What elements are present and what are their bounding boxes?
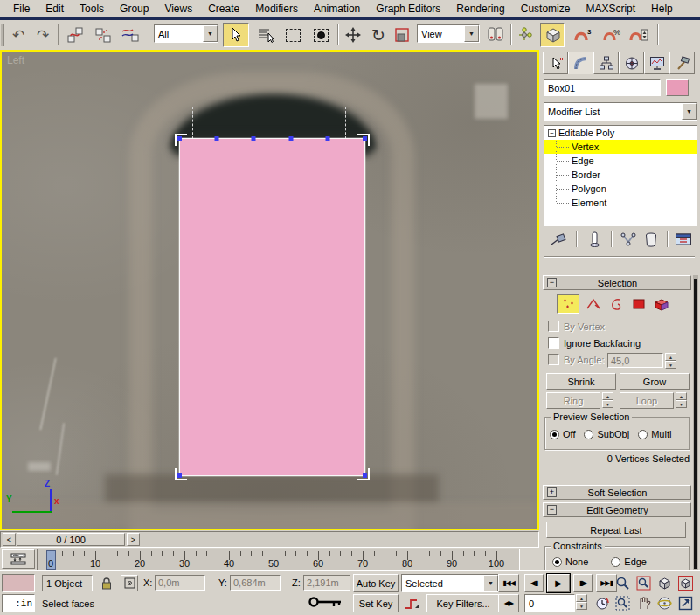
x-coordinate-field[interactable]: 0,0m [155,575,205,591]
subobject-border-button[interactable] [606,294,627,314]
maximize-viewport-toggle-icon[interactable] [676,594,695,612]
selection-filter-dropdown[interactable]: All ▼ [154,24,218,43]
chevron-down-icon[interactable]: ▼ [483,575,498,591]
spinner-down-icon[interactable]: ▼ [602,400,613,408]
pin-stack-icon[interactable] [548,230,569,249]
expand-icon[interactable]: + [547,487,557,497]
use-pivot-point-center-icon[interactable] [483,23,508,47]
set-key-button[interactable]: Set Key [353,594,399,612]
tab-motion[interactable] [619,52,644,74]
zoom-extents-icon[interactable] [655,574,674,592]
maxscript-mini-listener[interactable]: :in [2,594,35,612]
bind-to-space-warp-icon[interactable] [117,23,145,47]
subobject-vertex-button[interactable] [557,294,579,314]
reference-coordinate-system-dropdown[interactable]: View ▼ [417,24,480,43]
next-frame-button[interactable]: ▮▶ [573,574,593,592]
chevron-down-icon[interactable]: ▼ [464,25,479,42]
menu-customize[interactable]: Customize [513,1,579,17]
redo-icon[interactable]: ↷ [31,23,54,47]
modifier-stack-list[interactable]: − Editable Poly Vertex Edge Border Polyg… [544,125,697,226]
default-in-out-tangents-icon[interactable] [401,594,422,612]
subobject-element-button[interactable] [651,294,672,314]
menu-animation[interactable]: Animation [306,1,368,17]
select-and-manipulate-icon[interactable] [513,23,536,47]
make-unique-icon[interactable] [618,230,639,249]
loop-spinner[interactable]: ▲ ▼ [676,392,687,408]
select-by-name-icon[interactable] [253,23,278,47]
menu-group[interactable]: Group [112,1,156,17]
y-coordinate-field[interactable]: 0,684m [230,575,281,591]
time-configuration-button[interactable] [593,594,612,612]
preview-subobj-radio[interactable] [584,430,593,439]
stack-item-element[interactable]: Element [544,196,697,210]
stack-item-vertex[interactable]: Vertex [544,140,697,154]
spinner-down-icon[interactable]: ▼ [576,602,587,610]
menu-modifiers[interactable]: Modifiers [247,1,306,17]
menu-maxscript[interactable]: MAXScript [578,1,643,17]
pan-hand-icon[interactable] [634,594,653,612]
zoom-icon[interactable] [613,574,632,592]
viewport-left[interactable]: Left Z Y x [0,50,539,530]
collapse-icon[interactable]: − [547,505,557,515]
spinner-down-icon[interactable]: ▼ [665,361,676,369]
by-angle-spinner[interactable]: ▲ ▼ [665,353,676,369]
selection-lock-toggle[interactable] [98,575,115,591]
menu-tools[interactable]: Tools [72,1,112,17]
by-angle-field[interactable]: 45,0 [607,353,663,368]
time-slider-track[interactable]: < 0 / 100 > [0,531,539,548]
select-and-rotate-icon[interactable]: ↻ [366,23,391,47]
constraint-none-radio[interactable] [552,557,562,567]
loop-button[interactable]: Loop [620,392,674,409]
next-frame-arrow[interactable]: > [127,533,140,546]
tab-display[interactable] [644,52,669,74]
time-slider-thumb[interactable]: 0 / 100 [17,533,125,546]
macro-recorder-pane[interactable] [2,574,35,592]
by-vertex-checkbox[interactable] [548,321,559,332]
previous-frame-arrow[interactable]: < [3,533,16,546]
object-name-field[interactable]: Box01 [544,79,661,96]
spinner-up-icon[interactable]: ▲ [676,392,687,400]
percent-snap-toggle-icon[interactable]: % [600,23,626,47]
preview-multi-radio[interactable] [638,430,648,439]
tab-utilities[interactable] [669,52,695,74]
ring-button[interactable]: Ring [546,392,600,409]
constraint-edge-radio[interactable] [611,557,620,567]
menu-edit[interactable]: Edit [38,1,72,17]
unlink-selection-icon[interactable] [91,23,115,47]
spinner-up-icon[interactable]: ▲ [602,392,613,400]
configure-modifier-sets-icon[interactable] [672,230,695,249]
auto-key-button[interactable]: Auto Key [353,574,399,592]
menu-help[interactable]: Help [643,1,681,17]
edit-geometry-rollout-header[interactable]: − Edit Geometry [543,502,691,517]
by-angle-checkbox[interactable] [548,354,559,365]
menu-file[interactable]: File [5,1,38,17]
key-mode-toggle-button[interactable]: ◀▶ [498,594,519,612]
repeat-last-button[interactable]: Repeat Last [546,522,686,538]
zoom-all-icon[interactable] [634,574,653,592]
spinner-down-icon[interactable]: ▼ [676,400,687,408]
spinner-up-icon[interactable]: ▲ [665,353,676,361]
select-and-scale-icon[interactable] [391,23,413,47]
window-crossing-toggle-icon[interactable] [308,23,334,47]
select-and-link-icon[interactable] [63,23,87,47]
show-end-result-icon[interactable] [585,230,606,249]
play-button[interactable]: ▶ [547,574,570,592]
collapse-icon[interactable]: − [547,278,557,287]
object-color-swatch[interactable] [666,79,689,96]
undo-icon[interactable]: ↶ [7,23,30,47]
previous-frame-button[interactable]: ◀▮ [524,574,544,592]
isolate-key-icon[interactable] [308,594,346,612]
vertex-handle[interactable] [288,136,293,141]
modifier-list-dropdown[interactable]: Modifier List ▼ [544,102,697,121]
spinner-up-icon[interactable]: ▲ [576,594,587,602]
select-and-move-icon[interactable] [341,23,365,47]
preview-off-radio[interactable] [550,430,559,439]
subobject-edge-button[interactable] [583,294,604,314]
track-bar-ruler[interactable]: 0 10 20 30 40 50 60 70 80 90 100 [37,549,520,570]
vertex-handle[interactable] [325,136,329,141]
current-frame-field[interactable]: 0 [524,594,575,612]
menu-rendering[interactable]: Rendering [448,1,512,17]
tab-hierarchy[interactable] [593,52,619,74]
stack-item-polygon[interactable]: Polygon [544,182,697,196]
viewport-label[interactable]: Left [7,54,24,66]
